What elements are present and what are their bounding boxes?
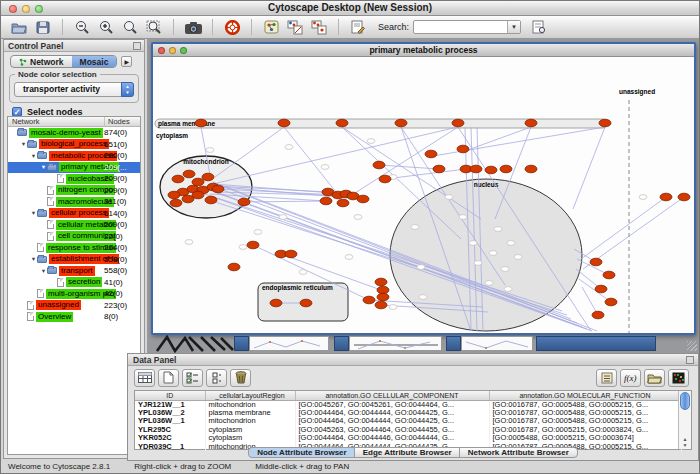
tab-network-attribute-browser[interactable]: Network Attribute Browser xyxy=(459,447,578,458)
network-node-outline[interactable] xyxy=(389,305,397,310)
table-row[interactable]: YPL036W__2plasma membrane[GO:0044464, GO… xyxy=(135,409,681,417)
network-node[interactable] xyxy=(337,199,349,207)
zoom-out-icon[interactable] xyxy=(70,18,94,37)
network-node[interactable] xyxy=(425,150,437,158)
tree-row[interactable]: ▼establishment of lo558(0) xyxy=(8,254,140,266)
float-panel-icon[interactable] xyxy=(133,42,141,50)
float-panel-icon[interactable] xyxy=(686,356,694,364)
network-node[interactable] xyxy=(202,173,214,181)
network-node-outline[interactable] xyxy=(206,148,214,153)
tab-network[interactable]: Network xyxy=(11,56,72,67)
network-window-titlebar[interactable]: primary metabolic process xyxy=(153,44,694,57)
open-file-icon[interactable] xyxy=(7,18,31,37)
table-row[interactable]: YLR295Ccytoplasm[GO:0045263, GO:0044464,… xyxy=(135,426,681,434)
background-window-corner[interactable] xyxy=(334,336,349,351)
network-node[interactable] xyxy=(678,193,690,201)
search-input[interactable]: ▼ xyxy=(413,20,521,34)
network-node[interactable] xyxy=(270,299,282,307)
disclosure-triangle[interactable]: ▼ xyxy=(40,164,47,170)
tree-row[interactable]: secretion41(0) xyxy=(8,277,140,289)
search-dropdown-arrow[interactable]: ▼ xyxy=(507,21,520,33)
network-node-outline[interactable] xyxy=(185,240,193,245)
network-node[interactable] xyxy=(592,311,604,319)
network-node-outline[interactable] xyxy=(345,255,353,260)
network-node[interactable] xyxy=(336,119,348,127)
network-node-outline[interactable] xyxy=(321,165,329,170)
network-node[interactable] xyxy=(500,165,512,173)
background-window-corner[interactable] xyxy=(234,336,249,351)
network-edge[interactable] xyxy=(244,201,326,202)
background-window-thumbnail[interactable] xyxy=(249,336,329,351)
network-node[interactable] xyxy=(605,298,617,306)
network-node[interactable] xyxy=(285,250,297,258)
network-node-outline[interactable] xyxy=(279,215,287,220)
unselect-attributes-icon[interactable] xyxy=(206,369,227,387)
network-node-outline[interactable] xyxy=(501,267,509,272)
annotation-edit-icon[interactable] xyxy=(346,18,370,37)
delete-attribute-icon[interactable] xyxy=(230,369,251,387)
network-node[interactable] xyxy=(168,191,180,199)
network-node[interactable] xyxy=(195,119,207,127)
network-node-outline[interactable] xyxy=(459,215,467,220)
network-node[interactable] xyxy=(170,199,182,207)
search-options-icon[interactable] xyxy=(527,18,551,37)
save-session-icon[interactable] xyxy=(31,18,55,37)
column-header[interactable]: _cellularLayoutRegion xyxy=(205,391,295,400)
compartment-plasma-membrane[interactable] xyxy=(155,119,607,128)
tree-row[interactable]: ▼biological_process651(0) xyxy=(8,139,140,151)
network-node-outline[interactable] xyxy=(417,265,425,270)
tree-row[interactable]: Overview8(0) xyxy=(8,311,140,323)
network-node-outline[interactable] xyxy=(254,230,262,235)
network-node[interactable] xyxy=(228,263,240,271)
network-node[interactable] xyxy=(192,178,204,186)
zoom-in-icon[interactable] xyxy=(94,18,118,37)
table-row[interactable]: YPL036W__1mitochondrion[GO:0044464, GO:0… xyxy=(135,417,681,425)
scrollbar-thumb[interactable] xyxy=(680,392,690,410)
network-node[interactable] xyxy=(300,299,312,307)
table-scrollbar[interactable]: ▲▼ xyxy=(678,391,691,449)
import-attributes-icon[interactable] xyxy=(644,369,665,387)
network-edge[interactable] xyxy=(284,127,336,192)
zoom-fit-icon[interactable] xyxy=(142,18,166,37)
tree-row[interactable]: response to stimulu264(0) xyxy=(8,242,140,254)
network-node[interactable] xyxy=(373,161,385,169)
network-node-outline[interactable] xyxy=(299,270,307,275)
tab-node-attribute-browser[interactable]: Node Attribute Browser xyxy=(248,447,356,458)
network-node[interactable] xyxy=(192,191,204,199)
help-ring-icon[interactable] xyxy=(220,18,244,37)
network-node-outline[interactable] xyxy=(514,255,522,260)
tree-row[interactable]: multi-organism pro42(0) xyxy=(8,288,140,300)
network-node-outline[interactable] xyxy=(489,251,497,256)
tree-row[interactable]: ▼primary metabo209(... xyxy=(8,162,140,174)
network-node[interactable] xyxy=(363,296,375,304)
network-node[interactable] xyxy=(452,119,464,127)
tree-row[interactable]: macromolecule311(0) xyxy=(8,196,140,208)
network-node[interactable] xyxy=(660,193,672,201)
background-window-thumbnail[interactable] xyxy=(461,336,533,351)
network-edge[interactable] xyxy=(355,127,458,193)
background-window-thumbnail[interactable] xyxy=(349,336,442,351)
tree-column-nodes[interactable]: Nodes xyxy=(104,117,140,126)
column-header[interactable]: annotation.GO CELLULAR_COMPONENT xyxy=(295,391,489,400)
tree-row[interactable]: mosaic-demo-yeast874(0) xyxy=(8,127,140,139)
network-node-outline[interactable] xyxy=(485,281,493,286)
network-node[interactable] xyxy=(320,197,332,205)
network-node[interactable] xyxy=(457,145,469,153)
column-header[interactable]: ID xyxy=(135,391,205,400)
disclosure-triangle[interactable]: ▼ xyxy=(30,256,37,262)
network-node[interactable] xyxy=(603,271,615,279)
network-node[interactable] xyxy=(525,119,537,127)
tree-row[interactable]: cellular metabol209(0) xyxy=(8,219,140,231)
network-edge[interactable] xyxy=(581,197,666,259)
snapshot-icon[interactable] xyxy=(181,18,205,37)
attribute-matrix-icon[interactable] xyxy=(668,369,689,387)
network-node[interactable] xyxy=(375,278,387,286)
network-node[interactable] xyxy=(377,286,389,294)
network-node-outline[interactable] xyxy=(494,227,502,232)
disclosure-triangle[interactable]: ▼ xyxy=(20,141,27,147)
network-node-outline[interactable] xyxy=(411,225,419,230)
disclosure-triangle[interactable]: ▼ xyxy=(40,268,47,274)
network-node[interactable] xyxy=(238,198,250,206)
network-node[interactable] xyxy=(172,175,184,183)
tab-edge-attribute-browser[interactable]: Edge Attribute Browser xyxy=(354,447,461,458)
